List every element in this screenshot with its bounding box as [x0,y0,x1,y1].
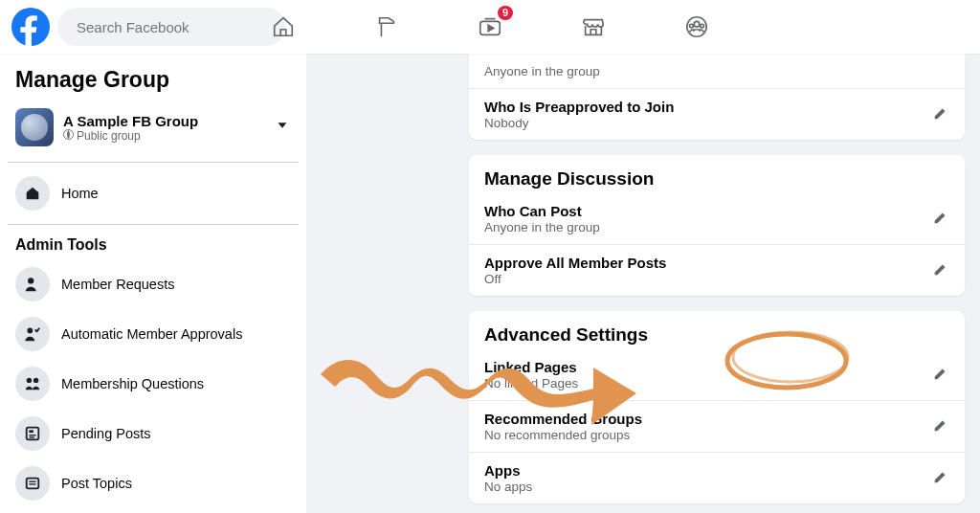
group-avatar [15,108,54,146]
setting-title: Recommended Groups [484,411,932,427]
setting-sub: Nobody [484,116,932,130]
search-bar[interactable] [57,8,285,46]
setting-title: Who Can Post [484,203,932,219]
sidebar-item-scheduled-posts[interactable]: Scheduled Posts [8,508,299,513]
edit-button[interactable] [932,209,949,230]
search-input[interactable] [77,19,276,35]
sidebar-item-member-requests[interactable]: Member Requests [8,259,299,309]
setting-sub: Anyone in the group [484,220,932,234]
setting-row-linked-pages: Linked Pages No linked Pages [469,349,965,401]
nav-pages[interactable] [368,8,406,46]
sidebar-item-label: Automatic Member Approvals [61,326,242,342]
setting-row-recommended-groups: Recommended Groups No recommended groups [469,401,965,453]
setting-title: Approve All Member Posts [484,255,932,271]
setting-sub: Anyone in the group [484,64,949,78]
setting-row: Anyone in the group [469,54,965,89]
sidebar-item-auto-approvals[interactable]: Automatic Member Approvals [8,309,299,359]
nav-home[interactable] [264,8,302,46]
svg-point-6 [694,21,700,27]
sidebar-item-label: Home [61,186,99,201]
person-check-icon [15,317,50,351]
card-title: Advanced Settings [469,311,965,349]
person-icon [15,267,50,301]
setting-row-approve-posts: Approve All Member Posts Off [469,245,965,296]
svg-point-10 [28,278,33,283]
edit-button[interactable] [932,468,949,489]
divider [8,162,299,163]
setting-row-apps: Apps No apps [469,453,965,503]
question-icon [15,367,50,401]
nav-watch[interactable]: 9 [471,8,509,46]
setting-sub: Off [484,272,932,286]
nav-groups[interactable] [678,8,716,46]
edit-button[interactable] [932,365,949,386]
svg-rect-18 [27,479,39,489]
svg-point-12 [27,378,32,383]
watch-badge: 9 [498,6,513,20]
sidebar-item-home[interactable]: Home [8,168,299,218]
sidebar-item-label: Post Topics [61,476,132,491]
card-advanced-settings: Advanced Settings Linked Pages No linked… [469,311,965,503]
sidebar-item-post-topics[interactable]: Post Topics [8,458,299,508]
svg-point-8 [701,24,704,28]
setting-sub: No apps [484,480,932,494]
svg-point-13 [33,378,38,383]
sidebar-item-label: Member Requests [61,277,174,292]
setting-row-who-can-post: Who Can Post Anyone in the group [469,193,965,245]
card-manage-discussion: Manage Discussion Who Can Post Anyone in… [469,155,965,296]
card-title: Manage Discussion [469,155,965,193]
svg-point-11 [27,328,33,334]
edit-button[interactable] [932,416,949,437]
group-visibility: Public group [63,129,198,143]
edit-button[interactable] [932,260,949,281]
topics-icon [15,466,50,501]
divider [8,224,299,225]
globe-icon [63,129,74,143]
group-selector[interactable]: A Sample FB Group Public group [8,104,299,156]
nav-marketplace[interactable] [574,8,612,46]
group-name: A Sample FB Group [63,113,198,129]
home-icon [15,176,50,211]
setting-title: Linked Pages [484,359,932,375]
setting-title: Who Is Preapproved to Join [484,99,932,115]
sidebar-item-label: Membership Questions [61,376,204,391]
sidebar-item-pending-posts[interactable]: Pending Posts [8,409,299,458]
admin-tools-title: Admin Tools [15,236,291,254]
caret-down-icon [274,117,291,138]
manage-group-title: Manage Group [15,67,291,93]
sidebar-item-label: Pending Posts [61,426,151,441]
setting-sub: No recommended groups [484,428,932,442]
edit-button[interactable] [932,104,949,125]
svg-rect-15 [29,430,33,433]
facebook-logo[interactable] [11,8,50,46]
svg-point-7 [690,24,694,28]
card-membership: Anyone in the group Who Is Preapproved t… [469,54,965,140]
setting-sub: No linked Pages [484,376,932,390]
sidebar-item-membership-questions[interactable]: Membership Questions [8,359,299,409]
post-icon [15,416,50,451]
setting-title: Apps [484,462,932,479]
setting-row-preapproved: Who Is Preapproved to Join Nobody [469,89,965,140]
